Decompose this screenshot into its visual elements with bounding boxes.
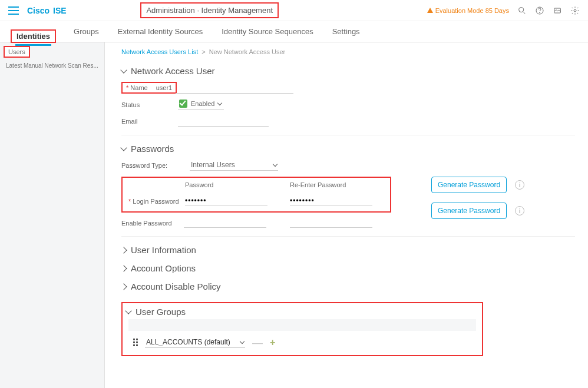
- bc-current: New Network Access User: [209, 48, 286, 55]
- email-label: Email: [121, 118, 178, 125]
- evaluation-badge[interactable]: Evaluation Mode 85 Days: [427, 7, 509, 14]
- name-underline: [176, 93, 293, 94]
- email-input[interactable]: [178, 115, 269, 127]
- enable-password-reenter-input[interactable]: [290, 218, 372, 228]
- chevron-down-icon: [120, 144, 127, 151]
- bc-sep: >: [201, 48, 205, 55]
- section-network-access-user[interactable]: Network Access User: [121, 66, 575, 76]
- notes-icon[interactable]: [553, 6, 562, 15]
- brand-ise: ISE: [53, 6, 67, 15]
- chevron-right-icon: [120, 265, 127, 271]
- generate-enable-password-button[interactable]: Generate Password: [431, 203, 507, 219]
- chevron-down-icon: [217, 100, 222, 105]
- breadcrumb: Administration · Identity Management: [140, 2, 279, 18]
- page-breadcrumb: Network Access Users List > New Network …: [121, 48, 575, 55]
- name-field-highlight: Name user1: [121, 82, 177, 94]
- hamburger-menu[interactable]: [8, 6, 19, 15]
- pw-col-reenter: Re-Enter Password: [290, 181, 384, 188]
- status-label: Status: [121, 101, 178, 108]
- enable-password-input[interactable]: [184, 218, 266, 228]
- tab-groups[interactable]: Groups: [72, 22, 100, 42]
- sidebar-item-scan[interactable]: Latest Manual Network Scan Res...: [0, 59, 104, 72]
- brand-cisco: Cisco: [27, 6, 49, 15]
- pwtype-select[interactable]: Internal Users: [190, 160, 278, 171]
- svg-point-5: [574, 9, 576, 12]
- tab-identities-wrap: Identities: [11, 29, 56, 43]
- tabs-row: Identities Groups External Identity Sour…: [0, 21, 588, 42]
- sidebar-item-users-wrap: Users: [4, 46, 30, 58]
- section-ui-label: User Information: [131, 245, 196, 255]
- login-password-reenter-input[interactable]: [290, 197, 372, 205]
- help-icon[interactable]: [535, 6, 544, 15]
- login-password-label: Login Password: [128, 198, 185, 205]
- section-account-disable-policy[interactable]: Account Disable Policy: [121, 281, 575, 291]
- svg-point-0: [519, 7, 524, 12]
- tab-external-identity-sources[interactable]: External Identity Sources: [117, 22, 204, 42]
- name-label: Name: [126, 84, 148, 91]
- sidebar-item-users[interactable]: Users: [8, 48, 25, 55]
- pwtype-value: Internal Users: [191, 161, 235, 169]
- add-group-button[interactable]: +: [270, 338, 275, 347]
- section-nau-label: Network Access User: [131, 66, 215, 76]
- info-icon[interactable]: i: [515, 180, 524, 190]
- status-value: Enabled: [191, 100, 214, 107]
- chevron-down-icon: [240, 339, 245, 343]
- sidebar: Users Latest Manual Network Scan Res...: [0, 42, 105, 388]
- pw-col-password: Password: [185, 181, 290, 188]
- svg-line-1: [523, 12, 525, 14]
- name-value[interactable]: user1: [156, 84, 173, 91]
- divider: [121, 135, 575, 135]
- remove-group-button[interactable]: —: [252, 337, 263, 348]
- section-account-options[interactable]: Account Options: [121, 263, 575, 273]
- section-user-groups[interactable]: User Groups: [126, 307, 476, 317]
- section-adp-label: Account Disable Policy: [131, 281, 221, 291]
- section-ug-label: User Groups: [136, 307, 186, 317]
- login-password-input[interactable]: [185, 197, 267, 205]
- enable-password-label: Enable Password: [121, 220, 184, 227]
- evaluation-text: Evaluation Mode 85 Days: [435, 7, 509, 14]
- section-user-information[interactable]: User Information: [121, 245, 575, 255]
- brand-logo: Cisco ISE: [27, 6, 67, 15]
- pwtype-label: Password Type:: [121, 162, 190, 169]
- chevron-down-icon: [120, 67, 127, 73]
- drag-handle-icon[interactable]: [133, 339, 138, 346]
- status-select[interactable]: Enabled: [178, 100, 224, 110]
- tab-identity-source-sequences[interactable]: Identity Source Sequences: [220, 22, 314, 42]
- tab-settings[interactable]: Settings: [331, 22, 361, 42]
- gear-icon[interactable]: [570, 6, 580, 15]
- warning-icon: [427, 8, 433, 13]
- info-icon[interactable]: i: [515, 206, 524, 215]
- chevron-down-icon: [125, 307, 131, 314]
- tab-identities[interactable]: Identities: [15, 27, 51, 46]
- user-group-select[interactable]: ALL_ACCOUNTS (default): [145, 337, 245, 348]
- search-icon[interactable]: [517, 6, 527, 15]
- password-grid-highlight: Password Re-Enter Password Login Passwor…: [121, 177, 391, 213]
- chevron-right-icon: [120, 247, 127, 253]
- svg-point-3: [540, 12, 540, 12]
- bc-link-users-list[interactable]: Network Access Users List: [121, 48, 198, 55]
- user-groups-header-bar: [128, 319, 476, 331]
- user-group-value: ALL_ACCOUNTS (default): [146, 338, 230, 346]
- chevron-down-icon: [273, 161, 278, 166]
- main-panel: Network Access Users List > New Network …: [105, 42, 588, 388]
- section-passwords[interactable]: Passwords: [121, 144, 575, 154]
- divider: [121, 236, 575, 237]
- user-groups-highlight: User Groups ALL_ACCOUNTS (default) — +: [121, 302, 483, 356]
- section-pw-label: Passwords: [131, 144, 174, 154]
- check-icon: [179, 100, 187, 108]
- generate-login-password-button[interactable]: Generate Password: [431, 177, 507, 193]
- section-ao-label: Account Options: [131, 263, 196, 273]
- chevron-right-icon: [120, 283, 127, 290]
